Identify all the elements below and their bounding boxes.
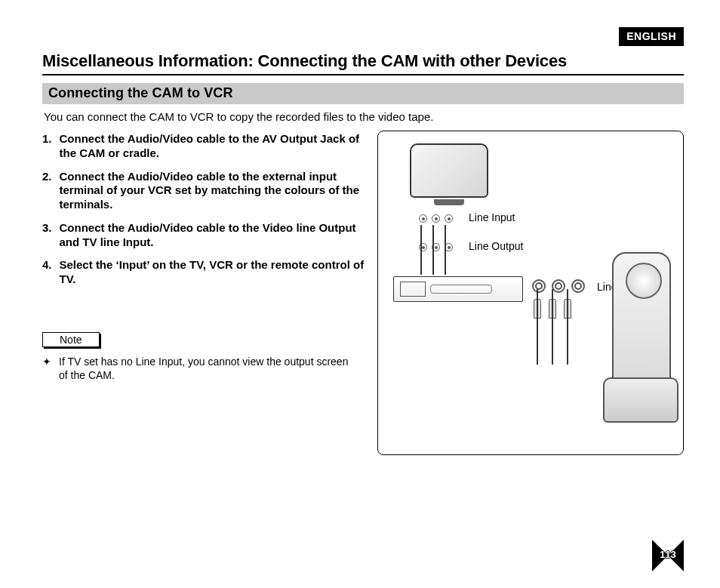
step-item: 3.Connect the Audio/Video cable to the V… xyxy=(42,221,367,250)
step-text: Connect the Audio/Video cable to the ext… xyxy=(60,170,367,212)
cable-line-icon xyxy=(432,225,434,275)
page-number: 113 xyxy=(652,549,684,560)
note-bullet-icon: ✦ xyxy=(42,355,51,382)
language-badge: ENGLISH xyxy=(619,27,684,46)
camcorder-icon xyxy=(612,252,671,396)
left-column: 1.Connect the Audio/Video cable to the A… xyxy=(42,132,367,382)
note-label-box: Note xyxy=(42,332,100,347)
vcr-line-input-jacks-icon xyxy=(532,279,585,293)
step-item: 1.Connect the Audio/Video cable to the A… xyxy=(42,132,367,161)
step-text: Connect the Audio/Video cable to the AV … xyxy=(60,132,367,161)
tv-line-input-label: Line Input xyxy=(469,211,515,223)
tv-icon xyxy=(410,143,488,205)
manual-page: ENGLISH Miscellaneous Information: Conne… xyxy=(0,0,720,588)
page-number-ornament: 113 xyxy=(652,540,684,571)
connection-diagram: Line Input Line Output Line Input xyxy=(377,131,684,455)
step-item: 2.Connect the Audio/Video cable to the e… xyxy=(42,170,367,212)
steps-list: 1.Connect the Audio/Video cable to the A… xyxy=(42,132,367,287)
step-item: 4.Select the ‘Input’ on the TV, VCR or t… xyxy=(42,258,367,287)
step-text: Connect the Audio/Video cable to the Vid… xyxy=(60,221,367,250)
cable-line-icon xyxy=(420,225,422,275)
intro-text: You can connect the CAM to VCR to copy t… xyxy=(44,110,682,123)
step-text: Select the ‘Input’ on the TV, VCR or the… xyxy=(60,258,367,287)
title-rule xyxy=(42,74,684,75)
av-cable-plugs-icon xyxy=(534,299,571,319)
cable-line-icon xyxy=(445,225,446,275)
content-row: 1.Connect the Audio/Video cable to the A… xyxy=(42,132,684,455)
note-text: If TV set has no Line Input, you cannot … xyxy=(59,355,352,382)
tv-line-input-jacks-icon xyxy=(419,214,453,223)
tv-line-output-jacks-icon xyxy=(419,243,453,251)
tv-line-output-label: Line Output xyxy=(469,240,523,252)
note-item: ✦ If TV set has no Line Input, you canno… xyxy=(42,355,352,382)
page-title: Miscellaneous Information: Connecting th… xyxy=(42,51,684,71)
section-subheading: Connecting the CAM to VCR xyxy=(42,83,684,104)
vcr-icon xyxy=(393,276,523,302)
cradle-icon xyxy=(603,377,678,423)
